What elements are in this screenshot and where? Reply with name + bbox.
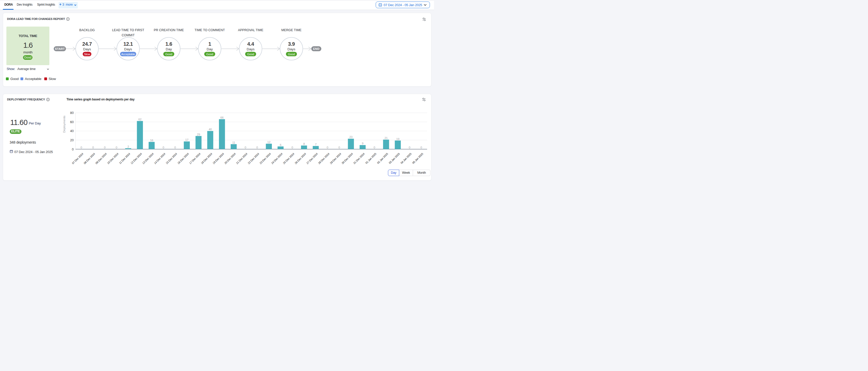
svg-text:Day: Day xyxy=(166,47,172,51)
svg-text:04 Jan 2025: 04 Jan 2025 xyxy=(400,152,412,164)
svg-text:15 Dec 2024: 15 Dec 2024 xyxy=(165,152,178,165)
svg-text:7: 7 xyxy=(315,143,316,146)
svg-text:10 Dec 2024: 10 Dec 2024 xyxy=(106,152,119,165)
svg-text:6: 6 xyxy=(280,143,281,146)
svg-text:30 Dec 2024: 30 Dec 2024 xyxy=(341,152,353,165)
svg-text:22 Dec 2024: 22 Dec 2024 xyxy=(247,152,259,165)
svg-text:0: 0 xyxy=(116,146,117,149)
svg-text:Days: Days xyxy=(83,47,91,51)
svg-text:COMMIT: COMMIT xyxy=(122,33,135,37)
svg-text:MERGE TIME: MERGE TIME xyxy=(281,28,302,32)
svg-text:19: 19 xyxy=(396,137,399,140)
svg-text:4.4: 4.4 xyxy=(247,41,254,47)
svg-text:START: START xyxy=(55,47,65,50)
svg-text:03 Jan 2025: 03 Jan 2025 xyxy=(388,152,401,164)
svg-text:29 Dec 2024: 29 Dec 2024 xyxy=(329,152,342,165)
svg-text:Days: Days xyxy=(287,47,296,51)
svg-text:0: 0 xyxy=(421,146,422,149)
svg-text:TIME TO COMMENT: TIME TO COMMENT xyxy=(195,28,225,32)
svg-text:Good: Good xyxy=(207,53,213,56)
svg-text:16 Dec 2024: 16 Dec 2024 xyxy=(177,152,189,165)
svg-text:60: 60 xyxy=(70,120,74,124)
svg-text:16: 16 xyxy=(150,139,153,142)
svg-text:0: 0 xyxy=(104,146,105,149)
svg-text:12: 12 xyxy=(267,140,270,144)
svg-text:0: 0 xyxy=(374,146,375,149)
svg-text:0: 0 xyxy=(291,146,293,149)
svg-text:40: 40 xyxy=(70,129,74,133)
svg-text:0: 0 xyxy=(92,146,94,149)
svg-text:13 Dec 2024: 13 Dec 2024 xyxy=(142,152,154,165)
svg-text:23 Dec 2024: 23 Dec 2024 xyxy=(259,152,271,165)
svg-text:0: 0 xyxy=(245,146,246,149)
svg-text:8: 8 xyxy=(303,142,305,145)
svg-text:24 Dec 2024: 24 Dec 2024 xyxy=(271,152,283,165)
svg-text:21: 21 xyxy=(384,136,388,139)
svg-text:24.7: 24.7 xyxy=(82,41,92,47)
svg-text:66: 66 xyxy=(220,116,223,119)
svg-text:09 Dec 2024: 09 Dec 2024 xyxy=(95,152,107,165)
svg-text:Good: Good xyxy=(247,53,254,56)
svg-text:08 Dec 2024: 08 Dec 2024 xyxy=(83,152,96,165)
svg-text:0: 0 xyxy=(163,146,164,149)
svg-text:01 Jan 2025: 01 Jan 2025 xyxy=(365,152,377,164)
svg-text:31 Dec 2024: 31 Dec 2024 xyxy=(353,152,365,165)
svg-text:12 Dec 2024: 12 Dec 2024 xyxy=(130,152,143,165)
svg-text:Days: Days xyxy=(247,47,255,51)
svg-text:28 Dec 2024: 28 Dec 2024 xyxy=(317,152,330,165)
svg-text:BACKLOG: BACKLOG xyxy=(79,28,95,32)
svg-text:11 Dec 2024: 11 Dec 2024 xyxy=(118,152,131,165)
svg-text:18 Dec 2024: 18 Dec 2024 xyxy=(200,152,213,165)
svg-text:1.6: 1.6 xyxy=(165,41,173,47)
svg-text:11: 11 xyxy=(232,141,235,144)
svg-text:23: 23 xyxy=(349,135,352,138)
svg-text:29: 29 xyxy=(197,133,200,136)
svg-text:END: END xyxy=(313,47,319,50)
svg-text:Deployments: Deployments xyxy=(63,115,66,133)
svg-text:0: 0 xyxy=(327,146,328,149)
svg-text:80: 80 xyxy=(70,111,74,115)
svg-text:Acceptable: Acceptable xyxy=(121,53,135,56)
svg-text:05 Jan 2025: 05 Jan 2025 xyxy=(411,152,424,164)
svg-text:0: 0 xyxy=(81,146,82,149)
svg-text:Day: Day xyxy=(207,47,213,51)
svg-text:26 Dec 2024: 26 Dec 2024 xyxy=(294,152,307,165)
svg-text:14 Dec 2024: 14 Dec 2024 xyxy=(153,152,166,165)
svg-text:Slow: Slow xyxy=(84,53,90,56)
svg-text:62: 62 xyxy=(138,118,142,121)
svg-text:Good: Good xyxy=(165,53,173,56)
svg-text:LEAD TIME TO FIRST: LEAD TIME TO FIRST xyxy=(112,28,144,32)
svg-text:19 Dec 2024: 19 Dec 2024 xyxy=(212,152,224,165)
svg-text:0: 0 xyxy=(72,147,74,151)
svg-text:07 Dec 2024: 07 Dec 2024 xyxy=(71,152,84,165)
svg-text:27 Dec 2024: 27 Dec 2024 xyxy=(306,152,318,165)
svg-text:APPROVAL TIME: APPROVAL TIME xyxy=(238,28,263,32)
svg-text:9: 9 xyxy=(362,142,364,145)
svg-text:0: 0 xyxy=(174,146,176,149)
svg-text:02 Jan 2025: 02 Jan 2025 xyxy=(376,152,389,164)
svg-text:1: 1 xyxy=(209,41,211,47)
svg-text:Good: Good xyxy=(288,53,295,56)
svg-text:21 Dec 2024: 21 Dec 2024 xyxy=(235,152,248,165)
svg-text:25 Dec 2024: 25 Dec 2024 xyxy=(282,152,295,165)
svg-text:20: 20 xyxy=(70,138,74,142)
svg-text:PR CREATION TIME: PR CREATION TIME xyxy=(154,28,184,32)
svg-text:Days: Days xyxy=(124,47,132,51)
svg-text:17: 17 xyxy=(185,138,188,141)
svg-text:0: 0 xyxy=(256,146,258,149)
svg-text:3.9: 3.9 xyxy=(288,41,295,47)
svg-text:2: 2 xyxy=(127,145,129,148)
svg-text:20 Dec 2024: 20 Dec 2024 xyxy=(224,152,236,165)
svg-text:12.1: 12.1 xyxy=(124,41,133,47)
svg-text:0: 0 xyxy=(338,146,340,149)
svg-text:40: 40 xyxy=(209,128,212,131)
svg-text:0: 0 xyxy=(409,146,410,149)
svg-text:17 Dec 2024: 17 Dec 2024 xyxy=(188,152,201,165)
